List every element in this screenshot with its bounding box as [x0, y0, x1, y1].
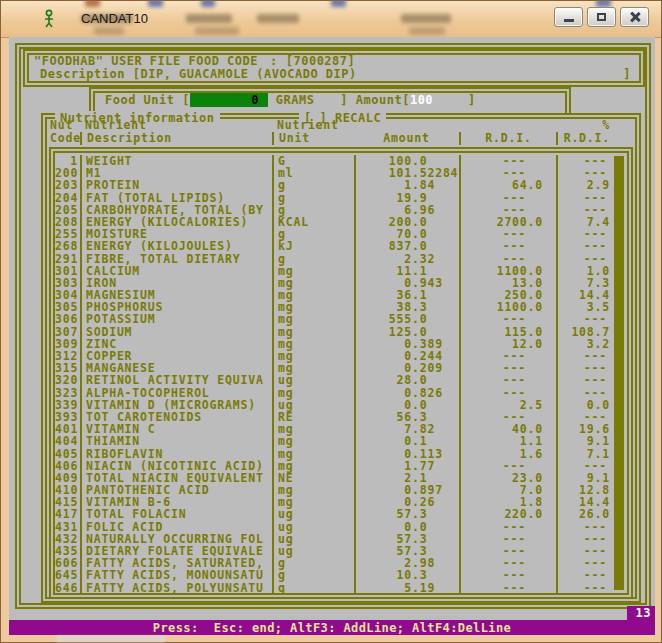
blurred-icon-label [94, 27, 124, 35]
table-row[interactable]: 1WEIGHTG100.0------ [55, 155, 612, 167]
table-row[interactable]: 323ALPHA-TOCOPHEROLmg0.826------ [55, 387, 612, 399]
table-row[interactable]: 268ENERGY (KILOJOULES)kJ837.0------ [55, 240, 612, 252]
blurred-icon-label [401, 14, 451, 23]
blurred-desktop-icon [85, 1, 100, 7]
blurred-icon-label [195, 27, 239, 35]
food-unit-code-field[interactable]: 0 [190, 93, 268, 107]
food-unit-panel: Food Unit [0 GRAMS] Amount[100] [89, 87, 571, 113]
amount-label: Amount [356, 93, 402, 107]
nutrient-table: 1WEIGHTG100.0------200M1ml101.52284-----… [49, 147, 633, 599]
table-row[interactable]: 309ZINCmg0.38912.03.2 [55, 338, 612, 350]
cell-code: 646 [55, 582, 80, 595]
cell-rdi-percent: --- [556, 582, 612, 595]
window-bottom-border [1, 635, 661, 642]
window-titlebar[interactable]: CANDAT10 [1, 1, 661, 38]
food-unit-line: Food Unit [0 GRAMS] Amount[100] [95, 93, 565, 107]
amount-field[interactable]: 100 [410, 93, 468, 107]
blurred-desktop-icon [201, 1, 215, 7]
table-row[interactable]: 307SODIUMmg125.0115.0108.7 [55, 326, 612, 338]
food-unit-name: GRAMS [276, 93, 315, 107]
blurred-taskbar-item [56, 636, 166, 642]
description-label: Description [40, 68, 125, 81]
blurred-icon-label [409, 27, 445, 35]
description-value: DIP, GUACAMOLE (AVOCADO DIP) [140, 68, 356, 81]
cell-description: FATTY ACIDS, POLYUNSATU [80, 582, 272, 595]
table-row[interactable]: 203PROTEINg1.8464.02.9 [55, 179, 612, 191]
blurred-desktop-icon [331, 1, 346, 7]
table-row[interactable]: 645FATTY ACIDS, MONOUNSATUg10.3------ [55, 569, 612, 581]
header-rdi: R.D.I. [459, 132, 556, 145]
minimize-button[interactable] [554, 7, 583, 27]
food-unit-label: Food Unit [105, 93, 175, 107]
description-field[interactable]: [DIP, GUACAMOLE (AVOCADO DIP)] [133, 68, 639, 81]
table-body: 1WEIGHTG100.0------200M1ml101.52284-----… [55, 155, 612, 594]
table-header-row-2: Code Description Unit Amount R.D.I. R.D.… [47, 132, 619, 145]
dos-screen: "FOODHAB" USER FILE FOOD CODE:[7000287] … [9, 37, 655, 637]
window-controls [554, 7, 649, 27]
close-icon [629, 11, 641, 23]
blurred-icon-label [257, 14, 299, 23]
table-row[interactable]: 404THIAMINmg0.11.19.1 [55, 435, 612, 447]
header-rdi-pct: R.D.I. [556, 132, 614, 145]
header-code: Code [47, 132, 80, 145]
table-row[interactable]: 291FIBRE, TOTAL DIETARYg2.32------ [55, 253, 612, 265]
app-icon[interactable] [42, 9, 57, 28]
table-row[interactable]: 646FATTY ACIDS, POLYUNSATUg5.19------ [55, 582, 612, 594]
maximize-icon [597, 13, 606, 21]
cell-rdi: --- [459, 582, 556, 595]
table-row[interactable]: 204FAT (TOTAL LIPIDS)g19.9------ [55, 192, 612, 204]
window-title: CANDAT10 [81, 11, 148, 26]
food-code-panel: "FOODHAB" USER FILE FOOD CODE:[7000287] … [23, 49, 645, 87]
cell-description: WEIGHT [80, 155, 272, 168]
table-row[interactable]: 320RETINOL ACTIVITY EQUIVAug28.0------ [55, 374, 612, 386]
scrollbar-thumb[interactable] [614, 156, 624, 590]
close-button[interactable] [620, 7, 649, 27]
app-window: CANDAT10 "FOODHAB" USER FILE FOOD CODE:[… [0, 0, 662, 643]
row-indicator: 13 [627, 606, 655, 620]
description-line: Description [DIP, GUACAMOLE (AVOCADO DIP… [29, 68, 639, 81]
header-description: Description [80, 132, 272, 145]
minimize-icon [564, 19, 574, 22]
maximize-button[interactable] [587, 7, 616, 27]
blurred-icon-label [186, 14, 232, 23]
table-header: Nut Nutrient Nutrient % Code Description… [47, 119, 619, 145]
blurred-desktop-icon [148, 1, 163, 7]
table-row[interactable]: 405RIBOFLAVINmg0.1131.67.1 [55, 448, 612, 460]
cell-amount: 5.19 [354, 582, 459, 595]
header-amount: Amount [354, 132, 459, 145]
cell-unit: g [272, 582, 354, 595]
table-row[interactable]: 417TOTAL FOLACINug57.3220.026.0 [55, 508, 612, 520]
table-row[interactable]: 431FOLIC ACIDug0.0------ [55, 521, 612, 533]
table-row[interactable]: 306POTASSIUMmg555.0------ [55, 313, 612, 325]
header-unit: Unit [272, 132, 354, 145]
